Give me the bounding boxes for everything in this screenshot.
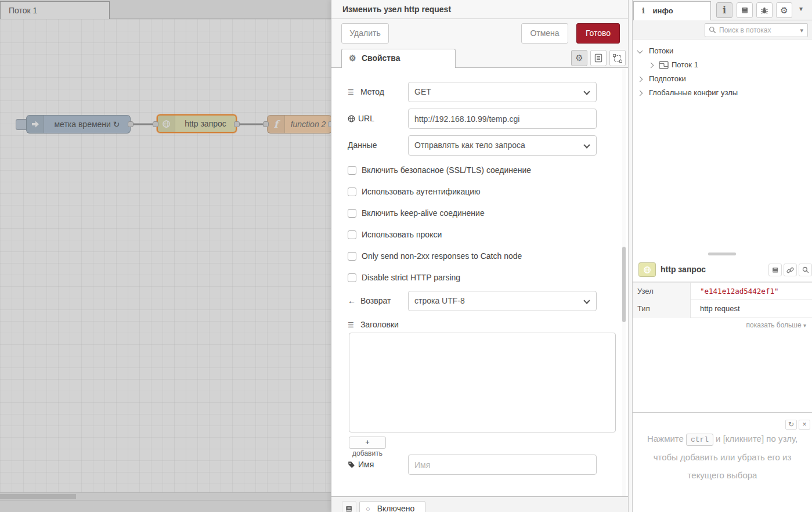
node-id-value: "e141e12ad5442ef1" [691, 283, 812, 301]
method-select[interactable]: GET [408, 82, 597, 102]
url-input[interactable] [408, 109, 597, 129]
tree-item-global-config[interactable]: Глобальные конфиг узлы [633, 86, 812, 100]
http-request-node-icon [638, 262, 656, 277]
dialog-scrollbar[interactable] [622, 68, 626, 496]
properties-tab-button[interactable]: ⚙ [571, 50, 587, 66]
info-icon: i [723, 5, 726, 16]
tab-info[interactable]: i инфо [633, 1, 711, 20]
chevron-down-icon [583, 297, 590, 304]
checkbox-auth[interactable]: Использовать аутентификацию [348, 186, 481, 197]
sidebar-config-button[interactable]: ⚙ [776, 2, 792, 18]
dialog-tab-bar: ⚙ Свойства ⚙ [331, 48, 628, 68]
chevron-right-icon [648, 63, 654, 68]
selection-tip-panel: ↻ × Нажмитеctrlи [кликните] по узлу, что… [633, 412, 812, 512]
cancel-button[interactable]: Отмена [521, 23, 568, 44]
sidebar-tab-bar: i инфо i [633, 0, 812, 20]
node-enabled-toggle[interactable]: ○ Включено [359, 501, 425, 512]
node-info-header: http запрос [633, 258, 812, 282]
checkbox-keepalive[interactable]: Включить keep-alive соединение [348, 207, 485, 219]
edit-node-dialog: Изменить узел http request Удалить Отмен… [331, 0, 628, 512]
sidebar-search-row: Поиск в потоках ▾ [633, 20, 812, 39]
checkbox-box[interactable] [348, 166, 356, 175]
flow-icon [659, 61, 669, 69]
search-icon [802, 266, 809, 273]
dialog-form: ☰ Метод GET URL [331, 68, 629, 496]
plus-icon: + [365, 438, 369, 446]
editor-shade-overlay [0, 0, 331, 512]
checkbox-box[interactable] [348, 273, 356, 282]
tree-item-subflows[interactable]: Подпотоки [633, 72, 812, 86]
search-input[interactable]: Поиск в потоках ▾ [705, 23, 808, 37]
dialog-toolbar: Удалить Отмена Готово [331, 19, 628, 48]
node-red-editor: Поток 1 метка времени ↻ [0, 0, 812, 512]
dialog-footer: ○ Включено [331, 496, 628, 512]
tree-item-flow1[interactable]: Поток 1 [633, 58, 812, 72]
checkbox-box[interactable] [348, 209, 356, 218]
document-icon [594, 53, 602, 63]
payload-select[interactable]: Отправлять как тело запроса [408, 135, 597, 156]
sidebar-debug-button[interactable] [756, 2, 773, 18]
payload-row: Данные Отправлять как тело запроса [331, 135, 629, 155]
book-icon [741, 6, 749, 14]
chevron-right-icon [637, 77, 643, 82]
globe-icon [348, 115, 355, 122]
method-label: ☰ Метод [348, 82, 384, 102]
done-button[interactable]: Готово [576, 23, 620, 44]
checkbox-box[interactable] [348, 188, 356, 196]
return-select[interactable]: строка UTF-8 [408, 291, 597, 311]
refresh-tip-button[interactable]: ↻ [785, 420, 797, 430]
object-group-icon [613, 54, 622, 63]
tag-icon [348, 461, 355, 468]
headers-list-editor[interactable] [349, 333, 616, 432]
tip-line-1: Нажмитеctrlи [кликните] по узлу, [633, 434, 812, 444]
show-more-link[interactable]: показать больше ▾ [633, 321, 812, 333]
sidebar-tab-list-caret[interactable]: ▾ [799, 5, 803, 13]
checkbox-box[interactable] [348, 230, 356, 239]
checkbox-box[interactable] [348, 252, 356, 261]
sidebar-info-button[interactable]: i [716, 2, 732, 18]
search-placeholder: Поиск в потоках [719, 26, 771, 34]
dialog-title: Изменить узел http request [331, 0, 628, 19]
refresh-icon: ↻ [788, 420, 794, 428]
chevron-down-icon [637, 48, 643, 54]
chevron-down-icon [583, 142, 590, 148]
node-info-title: http запрос [661, 265, 706, 274]
checkbox-non2xx[interactable]: Only send non-2xx responses to Catch nod… [348, 250, 522, 262]
name-row: Имя [331, 455, 629, 474]
chevron-right-icon [637, 91, 643, 96]
sidebar-splitter[interactable] [633, 250, 812, 258]
name-input[interactable] [408, 455, 597, 475]
dialog-scrollbar-thumb[interactable] [622, 247, 626, 322]
tab-properties[interactable]: ⚙ Свойства [341, 49, 456, 68]
tip-line-3: текущего выбора [633, 470, 812, 480]
checkbox-proxy[interactable]: Использовать прокси [348, 229, 442, 240]
payload-label: Данные [348, 135, 377, 155]
sidebar-help-button[interactable] [737, 2, 753, 18]
copy-link-button[interactable] [784, 264, 797, 276]
description-tab-button[interactable] [590, 50, 607, 66]
tree-item-flows[interactable]: Потоки [633, 44, 812, 58]
ctrl-key: ctrl [686, 434, 713, 446]
add-header-button[interactable]: + добавить [349, 437, 386, 449]
info-sidebar: i инфо i [633, 0, 812, 512]
search-options-caret[interactable]: ▾ [800, 24, 803, 37]
find-node-button[interactable] [799, 264, 812, 276]
delete-button[interactable]: Удалить [341, 23, 389, 44]
flow-workspace: Поток 1 метка времени ↻ [0, 0, 331, 512]
appearance-tab-button[interactable] [609, 50, 626, 66]
circle-icon: ○ [366, 504, 370, 512]
splitter-handle[interactable] [708, 253, 736, 255]
info-icon: i [642, 6, 645, 15]
description-toggle-button[interactable] [342, 501, 356, 512]
bug-icon [760, 6, 768, 15]
checkbox-tls[interactable]: Включить безопасное (SSL/TLS) соединение [348, 164, 531, 176]
gear-icon: ⚙ [575, 53, 583, 63]
sidebar-resize-gutter[interactable] [628, 0, 633, 512]
node-id-key: Узел [633, 283, 691, 301]
node-help-button[interactable] [768, 264, 782, 276]
close-tip-button[interactable]: × [799, 420, 810, 430]
tip-line-2: чтобы добавить или убрать его из [633, 452, 812, 462]
book-icon [345, 505, 353, 512]
url-label: URL [348, 109, 374, 128]
checkbox-strict-parsing[interactable]: Disable strict HTTP parsing [348, 272, 460, 283]
